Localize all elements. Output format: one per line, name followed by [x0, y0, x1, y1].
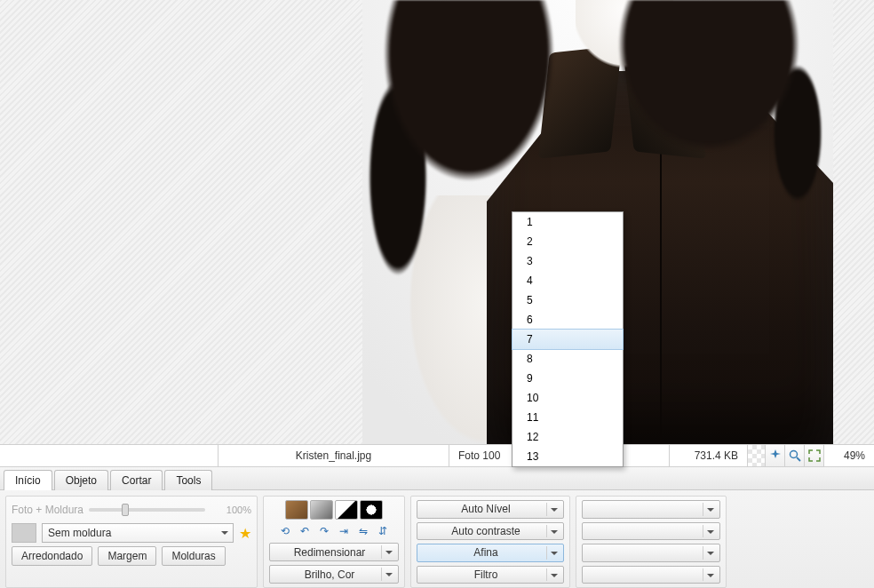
extra-split-1[interactable] [582, 500, 720, 519]
resize-button[interactable]: Redimensionar [269, 543, 399, 561]
preset-sepia[interactable] [285, 500, 308, 520]
magnifier-icon [788, 449, 802, 463]
ribbon-tab-row: Início Objeto Cortar Tools [0, 467, 874, 490]
rounded-button[interactable]: Arredondado [12, 546, 92, 566]
dropdown-item[interactable]: 12 [512, 427, 623, 447]
filename-display: Kristen_final.jpg [218, 445, 449, 466]
extra-split-3[interactable] [582, 544, 720, 562]
afina-button[interactable]: Afina [417, 544, 564, 562]
extra-split-4[interactable] [582, 566, 720, 584]
favorite-icon[interactable]: ★ [239, 525, 251, 542]
dropdown-item[interactable]: 1 [512, 212, 623, 232]
frame-mode-label: Foto + Moldura [12, 504, 83, 516]
dropdown-item[interactable]: 6 [512, 310, 623, 330]
redo-icon[interactable]: ↷ [316, 523, 332, 539]
dropdown-item[interactable]: 11 [512, 408, 623, 427]
color-preset-row [285, 500, 383, 520]
dropdown-item[interactable]: 10 [512, 388, 623, 408]
frame-scale-slider[interactable] [89, 508, 205, 512]
step-icon[interactable]: ⇥ [336, 523, 352, 539]
frame-group: Foto + Moldura 100% Sem moldura ★ Arredo… [5, 496, 258, 588]
tab-tools[interactable]: Tools [164, 470, 212, 490]
preset-bw[interactable] [335, 500, 358, 520]
flip-h-icon[interactable]: ⇋ [355, 523, 371, 539]
dropdown-item[interactable]: 8 [512, 349, 623, 369]
refresh-icon[interactable]: ⟲ [277, 523, 293, 539]
dropdown-item[interactable]: 13 [512, 447, 623, 466]
sparkle-icon [768, 449, 783, 463]
auto-group-2 [576, 496, 727, 588]
dropdown-item[interactable]: 2 [512, 232, 623, 251]
svg-point-0 [790, 451, 797, 458]
status-bar: Kristen_final.jpg Foto 100 731.4 KB 49% [0, 444, 874, 467]
dropdown-item[interactable]: 3 [512, 251, 623, 271]
history-toolbar: ⟲ ↶ ↷ ⇥ ⇋ ⇵ [277, 523, 391, 539]
margin-button[interactable]: Margem [98, 546, 156, 566]
dimensions-display: Foto 100 [449, 445, 519, 466]
filter-button[interactable]: Filtro [417, 566, 564, 584]
bright-color-button[interactable]: Brilho, Cor [269, 565, 399, 584]
frames-button[interactable]: Molduras [162, 546, 225, 566]
tab-inicio[interactable]: Início [4, 470, 52, 490]
frame-preset-value: Sem moldura [48, 527, 111, 539]
frame-preset-combo[interactable]: Sem moldura [42, 523, 234, 543]
auto-contrast-button[interactable]: Auto contraste [417, 522, 564, 541]
tab-objeto[interactable]: Objeto [54, 470, 108, 490]
tab-cortar[interactable]: Cortar [110, 470, 163, 490]
canvas-area[interactable] [0, 0, 874, 444]
afina-dropdown[interactable]: 12345678910111213 [512, 211, 624, 467]
filesize-display: 731.4 KB [670, 445, 748, 466]
frame-color-swatch[interactable] [12, 523, 36, 543]
extra-split-2[interactable] [582, 522, 720, 541]
adjust-group: ⟲ ↶ ↷ ⇥ ⇋ ⇵ Redimensionar Brilho, Cor [263, 496, 405, 588]
preset-invert[interactable] [360, 500, 383, 520]
undo-icon[interactable]: ↶ [297, 523, 313, 539]
expand-icon [807, 449, 822, 463]
tool-button-1[interactable] [766, 445, 785, 466]
flip-v-icon[interactable]: ⇵ [375, 523, 391, 539]
dropdown-item[interactable]: 5 [512, 290, 623, 310]
frame-scale-value: 100% [211, 505, 251, 515]
tool-button-3[interactable] [805, 445, 824, 466]
dropdown-item[interactable]: 9 [512, 369, 623, 388]
preset-gray[interactable] [310, 500, 333, 520]
dropdown-item[interactable]: 4 [512, 271, 623, 290]
auto-group-1: Auto Nível Auto contraste Afina Filtro [410, 496, 570, 588]
ribbon-panel: Foto + Moldura 100% Sem moldura ★ Arredo… [0, 490, 874, 588]
auto-level-button[interactable]: Auto Nível [417, 500, 564, 519]
transparency-indicator [748, 445, 766, 466]
dropdown-item[interactable]: 7 [512, 329, 624, 350]
zoom-display: 49% [824, 445, 874, 466]
tool-button-2[interactable] [785, 445, 805, 466]
svg-line-1 [797, 457, 800, 461]
